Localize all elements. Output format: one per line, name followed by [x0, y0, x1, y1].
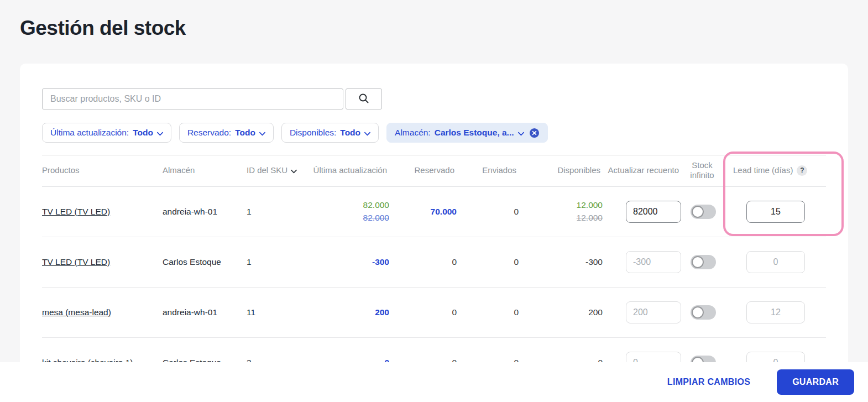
col-header-almacen: Almacén — [163, 165, 247, 175]
previous-value: 12.000 — [577, 213, 603, 223]
last-update-cell: 200 — [312, 307, 389, 317]
warehouse-cell: Carlos Estoque — [163, 257, 247, 267]
stock-table: Productos Almacén ID del SKU Última actu… — [42, 155, 826, 388]
search-icon — [358, 93, 369, 106]
product-link[interactable]: TV LED (TV LED) — [42, 207, 110, 216]
lead-time-input[interactable] — [746, 301, 805, 323]
filter-label: Reservado: — [187, 128, 231, 138]
previous-value: 82.000 — [363, 213, 389, 223]
filter-value: Todo — [340, 128, 360, 138]
filter-last-update[interactable]: Última actualización: Todo — [42, 123, 171, 143]
search-bar — [42, 88, 826, 109]
col-header-reservado: Reservado — [389, 165, 457, 175]
shipped-cell: 0 — [457, 307, 519, 317]
recount-input[interactable] — [626, 251, 681, 273]
col-header-productos: Productos — [42, 165, 163, 175]
warehouse-cell: andreia-wh-01 — [163, 207, 247, 217]
new-value: 82.000 — [363, 200, 389, 210]
toggle-knob — [692, 306, 704, 319]
sort-chevron-icon — [291, 166, 297, 176]
lead-time-cell — [725, 251, 826, 273]
col-header-enviados: Enviados — [457, 165, 519, 175]
stock-management-card: Última actualización: Todo Reservado: To… — [20, 64, 848, 387]
col-header-lead-time: Lead time (días) ? — [725, 165, 826, 176]
sku-id-cell: 11 — [247, 307, 312, 317]
filter-warehouse[interactable]: Almacén: Carlos Estoque, a... — [386, 123, 547, 143]
infinite-stock-cell — [681, 305, 725, 320]
filter-value: Todo — [235, 128, 255, 138]
page-title: Gestión del stock — [20, 17, 186, 40]
infinite-stock-toggle[interactable] — [691, 205, 716, 219]
help-icon[interactable]: ? — [797, 165, 807, 176]
filter-label: Disponibles: — [290, 128, 336, 138]
warehouse-cell: andreia-wh-01 — [163, 307, 247, 317]
col-header-stock-infinito: Stock infinito — [681, 160, 725, 181]
col-header-disponibles: Disponibles — [519, 165, 603, 175]
available-cell: 12.000 12.000 — [519, 200, 603, 223]
col-header-label: Lead time (días) — [733, 165, 793, 175]
available-cell: 200 — [519, 307, 603, 317]
table-header-row: Productos Almacén ID del SKU Última actu… — [42, 155, 826, 187]
recount-cell — [603, 251, 681, 273]
sku-id-cell: 1 — [247, 207, 312, 217]
infinite-stock-toggle[interactable] — [691, 305, 716, 320]
shipped-cell: 0 — [457, 207, 519, 217]
product-cell: TV LED (TV LED) — [42, 257, 163, 267]
filter-label: Última actualización: — [50, 128, 129, 138]
table-row: TV LED (TV LED) andreia-wh-01 1 82.000 8… — [42, 187, 826, 237]
col-header-id-sku[interactable]: ID del SKU — [247, 165, 312, 176]
lead-time-cell — [725, 201, 826, 223]
chevron-down-icon — [157, 128, 163, 138]
chevron-down-icon — [259, 128, 265, 138]
recount-input[interactable] — [626, 201, 681, 223]
last-update-cell: -300 — [312, 257, 389, 267]
lead-time-input[interactable] — [746, 201, 805, 223]
action-footer: LIMPIAR CAMBIOS GUARDAR — [0, 362, 868, 402]
infinite-stock-cell — [681, 255, 725, 269]
reserved-cell: 0 — [389, 257, 457, 267]
lead-time-input[interactable] — [746, 251, 805, 273]
reserved-cell: 70.000 — [389, 207, 457, 217]
shipped-cell: 0 — [457, 257, 519, 267]
product-link[interactable]: TV LED (TV LED) — [42, 257, 110, 267]
search-button[interactable] — [346, 88, 382, 109]
table-row: TV LED (TV LED) Carlos Estoque 1 -300 0 … — [42, 237, 826, 288]
filter-available[interactable]: Disponibles: Todo — [281, 123, 379, 143]
chevron-down-icon — [364, 128, 370, 138]
product-cell: TV LED (TV LED) — [42, 207, 163, 217]
recount-cell — [603, 301, 681, 323]
new-value: 12.000 — [577, 200, 603, 210]
chevron-down-icon — [518, 128, 524, 138]
clear-changes-button[interactable]: LIMPIAR CAMBIOS — [667, 377, 750, 387]
col-header-label: ID del SKU — [247, 165, 287, 175]
available-cell: -300 — [519, 257, 603, 267]
reserved-cell: 0 — [389, 307, 457, 317]
filter-label: Almacén: — [395, 128, 431, 138]
toggle-knob — [692, 256, 704, 268]
sku-id-cell: 1 — [247, 257, 312, 267]
col-header-actualizar-recuento: Actualizar recuento — [603, 165, 681, 175]
filter-value: Todo — [133, 128, 153, 138]
search-input[interactable] — [42, 88, 343, 109]
infinite-stock-cell — [681, 205, 725, 219]
save-button[interactable]: GUARDAR — [777, 369, 854, 395]
product-link[interactable]: mesa (mesa-lead) — [42, 307, 111, 317]
recount-input[interactable] — [626, 301, 681, 323]
remove-filter-icon[interactable] — [529, 128, 540, 138]
last-update-cell: 82.000 82.000 — [312, 200, 389, 223]
table-row: mesa (mesa-lead) andreia-wh-01 11 200 0 … — [42, 288, 826, 338]
product-cell: mesa (mesa-lead) — [42, 307, 163, 317]
col-header-ultima-actualizacion: Última actualización — [312, 165, 389, 175]
lead-time-cell — [725, 301, 826, 323]
recount-cell — [603, 201, 681, 223]
infinite-stock-toggle[interactable] — [691, 255, 716, 269]
toggle-knob — [692, 206, 704, 218]
filter-reserved[interactable]: Reservado: Todo — [179, 123, 274, 143]
filter-value: Carlos Estoque, a... — [435, 128, 514, 138]
filter-bar: Última actualización: Todo Reservado: To… — [42, 123, 826, 143]
